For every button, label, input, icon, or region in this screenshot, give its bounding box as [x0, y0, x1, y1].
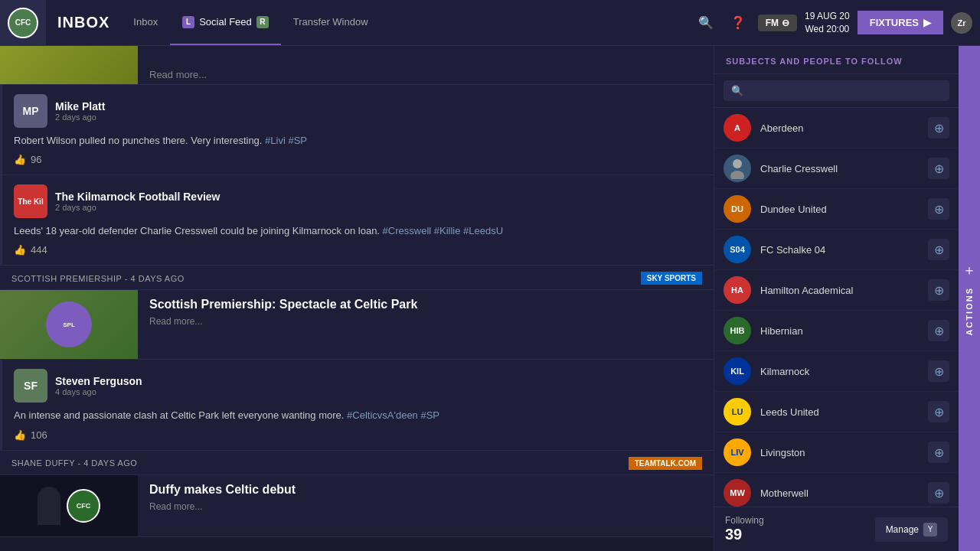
news-meta: SHANE DUFFY - 4 DAYS AGO	[11, 458, 137, 468]
news-thumbnail: CFC	[0, 475, 138, 536]
tab-inbox[interactable]: Inbox	[121, 0, 170, 45]
time: Wed 20:00	[805, 23, 850, 36]
thumbs-up-icon: 👍	[14, 154, 26, 165]
follow-name: Charlie Cresswell	[760, 163, 928, 174]
post-likes: 👍 444	[14, 244, 702, 256]
search-input[interactable]	[750, 85, 942, 96]
team-crest: KIL	[724, 357, 751, 385]
post-content: Leeds' 18 year-old defender Charlie Cres…	[14, 224, 702, 238]
search-input-wrap: 🔍	[724, 80, 949, 101]
add-follow-button[interactable]: ⊕	[928, 198, 949, 220]
team-crest: A	[724, 114, 751, 142]
fixtures-button[interactable]: FIXTURES ▶	[858, 11, 943, 34]
follow-item-aberdeen[interactable]: A Aberdeen ⊕	[714, 108, 959, 148]
thumbs-up-icon: 👍	[14, 429, 26, 441]
news-card-premiership: SCOTTISH PREMIERSHIP - 4 DAYS AGO SKY SP…	[0, 266, 714, 359]
manage-button[interactable]: Manage Y	[875, 517, 948, 542]
follow-item-hamilton[interactable]: HA Hamilton Academical ⊕	[714, 270, 959, 311]
celtic-crest: CFC	[67, 489, 100, 523]
follow-name: Livingston	[760, 447, 928, 458]
search-icon[interactable]: 🔍	[694, 11, 718, 35]
help-icon[interactable]: ❓	[726, 11, 750, 35]
read-more-link[interactable]: Read more...	[138, 65, 218, 84]
like-count: 444	[31, 244, 47, 256]
follow-name: Motherwell	[760, 487, 928, 499]
post-header: The Kil The Kilmarnock Football Review 2…	[14, 184, 702, 218]
follow-item-dundee-united[interactable]: DU Dundee United ⊕	[714, 189, 959, 230]
team-crest: S04	[724, 236, 751, 263]
badge-r: R	[256, 16, 269, 28]
person-avatar	[724, 155, 751, 182]
follow-name: Kilmarnock	[760, 366, 928, 377]
post-content: An intense and passionate clash at Celti…	[14, 409, 702, 422]
like-count: 106	[31, 429, 47, 441]
tab-social-feed[interactable]: L Social Feed R	[170, 0, 281, 45]
add-follow-button[interactable]: ⊕	[928, 482, 949, 504]
follow-item-schalke[interactable]: S04 FC Schalke 04 ⊕	[714, 230, 959, 270]
fixtures-label: FIXTURES	[870, 17, 919, 28]
team-crest: LIV	[724, 439, 751, 466]
team-crest: HIB	[724, 317, 751, 344]
app-logo: CFC	[0, 0, 46, 46]
read-more-link[interactable]: Read more...	[149, 316, 702, 327]
read-more-link[interactable]: Read more...	[149, 501, 702, 512]
news-title: Scottish Premiership: Spectacle at Celti…	[149, 298, 702, 311]
team-crest: MW	[724, 479, 751, 507]
post-hashtags[interactable]: #Livi #SP	[265, 135, 307, 146]
news-thumbnail	[0, 46, 138, 84]
follow-item-charlie-cresswell[interactable]: Charlie Cresswell ⊕	[714, 148, 959, 189]
news-card-duffy: SHANE DUFFY - 4 DAYS AGO TEAMTALK.COM CF…	[0, 451, 714, 536]
follow-item-kilmarnock[interactable]: KIL Kilmarnock ⊕	[714, 351, 959, 392]
list-item: The Kil The Kilmarnock Football Review 2…	[0, 175, 714, 266]
following-label: Following	[725, 515, 764, 526]
search-icon: 🔍	[731, 85, 743, 96]
add-follow-button[interactable]: ⊕	[928, 158, 949, 179]
manage-label: Manage	[886, 524, 919, 535]
social-post-mike-platt: MP Mike Platt 2 days ago Robert Wilson p…	[0, 85, 714, 174]
avatar: SF	[14, 369, 47, 403]
author-info: Mike Platt 2 days ago	[55, 100, 105, 122]
list-item: Read more...	[0, 46, 714, 85]
tab-transfer-window-label: Transfer Window	[293, 16, 368, 28]
add-follow-button[interactable]: ⊕	[928, 117, 949, 139]
actions-plus-icon[interactable]: ＋	[962, 261, 976, 279]
news-title: Duffy makes Celtic debut	[149, 483, 702, 497]
league-logo: SPL	[46, 302, 92, 347]
news-header: SHANE DUFFY - 4 DAYS AGO TEAMTALK.COM	[0, 451, 714, 475]
following-info: Following 39	[725, 515, 764, 543]
author-name: The Kilmarnock Football Review	[55, 191, 220, 203]
add-follow-button[interactable]: ⊕	[928, 279, 949, 301]
news-text: Scottish Premiership: Spectacle at Celti…	[138, 290, 714, 359]
add-follow-button[interactable]: ⊕	[928, 442, 949, 463]
follow-item-leeds-united[interactable]: LU Leeds United ⊕	[714, 392, 959, 432]
avatar: The Kil	[14, 184, 47, 218]
actions-label: ACTIONS	[965, 287, 974, 336]
tab-transfer-window[interactable]: Transfer Window	[281, 0, 381, 45]
sidebar-footer: Following 39 Manage Y	[714, 507, 959, 551]
post-hashtags[interactable]: #Cresswell #Killie #LeedsU	[383, 225, 504, 236]
add-follow-button[interactable]: ⊕	[928, 360, 949, 382]
add-follow-button[interactable]: ⊕	[928, 239, 949, 260]
team-crest: HA	[724, 276, 751, 304]
add-follow-button[interactable]: ⊕	[928, 401, 949, 422]
fm-badge: FM ⊖	[758, 15, 797, 31]
news-body: CFC Duffy makes Celtic debut Read more..…	[0, 475, 714, 536]
follow-name: Hamilton Academical	[760, 285, 928, 296]
add-follow-button[interactable]: ⊕	[928, 320, 949, 341]
list-item: MP Mike Platt 2 days ago Robert Wilson p…	[0, 85, 714, 175]
post-hashtags[interactable]: #CelticvsA'deen #SP	[347, 409, 439, 421]
person-silhouette	[38, 487, 60, 525]
follow-item-livingston[interactable]: LIV Livingston ⊕	[714, 432, 959, 473]
follow-item-hibernian[interactable]: HIB Hibernian ⊕	[714, 311, 959, 351]
social-post-kilmarnock: The Kil The Kilmarnock Football Review 2…	[0, 175, 714, 265]
follow-item-motherwell[interactable]: MW Motherwell ⊕	[714, 473, 959, 507]
manage-y-badge: Y	[923, 523, 937, 536]
post-time: 4 days ago	[55, 387, 142, 396]
author-name: Steven Ferguson	[55, 375, 142, 387]
date: 19 AUG 20	[805, 10, 850, 23]
main-content: Read more... MP Mike Platt 2 days ago Ro…	[0, 46, 980, 551]
avatar: MP	[14, 94, 47, 128]
news-source-badge: SKY SPORTS	[641, 272, 702, 285]
user-badge[interactable]: Zr	[951, 12, 972, 34]
list-item: SCOTTISH PREMIERSHIP - 4 DAYS AGO SKY SP…	[0, 266, 714, 360]
